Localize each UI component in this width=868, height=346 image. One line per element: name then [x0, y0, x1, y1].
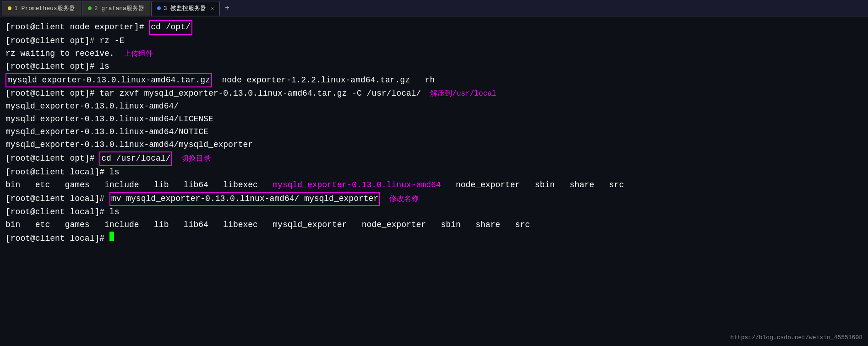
cmd-highlight-11: cd /usr/local/	[99, 151, 172, 166]
terminal-line-3: rz waiting to receive. 上传组件	[5, 48, 863, 60]
prompt-12: [root@client local]#	[5, 166, 104, 179]
ls-1-mysqld: mysqld_exporter-0.13.0.linux-amd64	[273, 179, 441, 192]
text-10: mysqld_exporter-0.13.0.linux-amd64/mysql…	[5, 139, 253, 151]
ls-1-bin: bin etc games include lib lib64 libexec	[5, 179, 273, 192]
ls-2-all: bin etc games include lib lib64 libexec …	[5, 219, 530, 232]
tab-3-close[interactable]: ✕	[211, 5, 214, 11]
tab-3-label: 3 被监控服务器	[164, 4, 207, 12]
terminal-line-2: [root@client opt]# rz -E	[5, 35, 863, 48]
text-9: mysqld_exporter-0.13.0.linux-amd64/NOTIC…	[5, 126, 208, 139]
terminal-line-7: mysqld_exporter-0.13.0.linux-amd64/	[5, 100, 863, 113]
terminal-line-8: mysqld_exporter-0.13.0.linux-amd64/LICEN…	[5, 113, 863, 126]
terminal-line-16: bin etc games include lib lib64 libexec …	[5, 219, 863, 232]
tab-add-button[interactable]: +	[221, 2, 234, 15]
terminal-cursor	[109, 232, 114, 241]
terminal-line-4: [root@client opt]# ls	[5, 60, 863, 73]
text-8: mysqld_exporter-0.13.0.linux-amd64/LICEN…	[5, 113, 213, 126]
prompt-2: [root@client opt]#	[5, 35, 94, 48]
tab-3[interactable]: 3 被监控服务器 ✕	[151, 1, 220, 16]
annotation-3: 上传组件	[124, 49, 153, 60]
cmd-2: rz -E	[94, 35, 124, 48]
text-7: mysqld_exporter-0.13.0.linux-amd64/	[5, 100, 179, 113]
terminal-line-5: mysqld_exporter-0.13.0.linux-amd64.tar.g…	[5, 73, 863, 88]
tab-2-dot	[88, 6, 92, 10]
cmd-highlight-14: mv mysqld_exporter-0.13.0.linux-amd64/ m…	[109, 192, 380, 206]
terminal-line-9: mysqld_exporter-0.13.0.linux-amd64/NOTIC…	[5, 126, 863, 139]
terminal-line-14: [root@client local]# mv mysqld_exporter-…	[5, 192, 863, 206]
tab-2[interactable]: 2 grafana服务器	[82, 1, 150, 16]
prompt-6: [root@client opt]#	[5, 87, 94, 100]
terminal-line-6: [root@client opt]# tar zxvf mysqld_expor…	[5, 87, 863, 100]
text-3: rz waiting to receive.	[5, 48, 115, 60]
cmd-6: tar zxvf mysqld_exporter-0.13.0.linux-am…	[94, 87, 421, 100]
ls-1-rest: node_exporter sbin share src	[441, 179, 624, 192]
cmd-4: ls	[94, 60, 109, 73]
prompt-4: [root@client opt]#	[5, 60, 94, 73]
terminal-line-12: [root@client local]# ls	[5, 166, 863, 179]
prompt-11: [root@client opt]#	[5, 152, 99, 165]
terminal-line-15: [root@client local]# ls	[5, 206, 863, 219]
bottom-link: https://blog.csdn.net/weixin_45551608	[730, 333, 863, 342]
prompt-17: [root@client local]#	[5, 232, 109, 245]
prompt-1: [root@client node_exporter]#	[5, 21, 149, 34]
file-highlight-1: mysqld_exporter-0.13.0.linux-amd64.tar.g…	[5, 73, 212, 88]
tab-1[interactable]: 1 Prometheus服务器	[2, 1, 81, 16]
cmd-12: ls	[104, 166, 119, 179]
tab-3-dot	[157, 6, 161, 10]
tab-bar: 1 Prometheus服务器 2 grafana服务器 3 被监控服务器 ✕ …	[0, 0, 868, 16]
tab-2-label: 2 grafana服务器	[94, 4, 144, 12]
annotation-14: 修改名称	[389, 194, 419, 205]
file-2: node_exporter-1.2.2.linux-amd64.tar.gz r…	[212, 74, 435, 87]
prompt-15: [root@client local]#	[5, 206, 104, 219]
tab-1-dot	[8, 6, 11, 10]
tab-1-label: 1 Prometheus服务器	[14, 4, 75, 12]
terminal-line-11: [root@client opt]# cd /usr/local/ 切换目录	[5, 151, 863, 166]
annotation-6: 解压到/usr/local	[430, 88, 496, 100]
cmd-15: ls	[104, 206, 119, 219]
annotation-11: 切换目录	[181, 153, 211, 165]
terminal-area: [root@client node_exporter]# cd /opt/ [r…	[0, 16, 868, 346]
terminal-line-1: [root@client node_exporter]# cd /opt/	[5, 20, 863, 35]
terminal-line-10: mysqld_exporter-0.13.0.linux-amd64/mysql…	[5, 139, 863, 151]
cmd-highlight-1: cd /opt/	[149, 20, 192, 35]
prompt-14: [root@client local]#	[5, 193, 109, 205]
terminal-line-13: bin etc games include lib lib64 libexec …	[5, 179, 863, 192]
terminal-line-17: [root@client local]#	[5, 232, 863, 245]
